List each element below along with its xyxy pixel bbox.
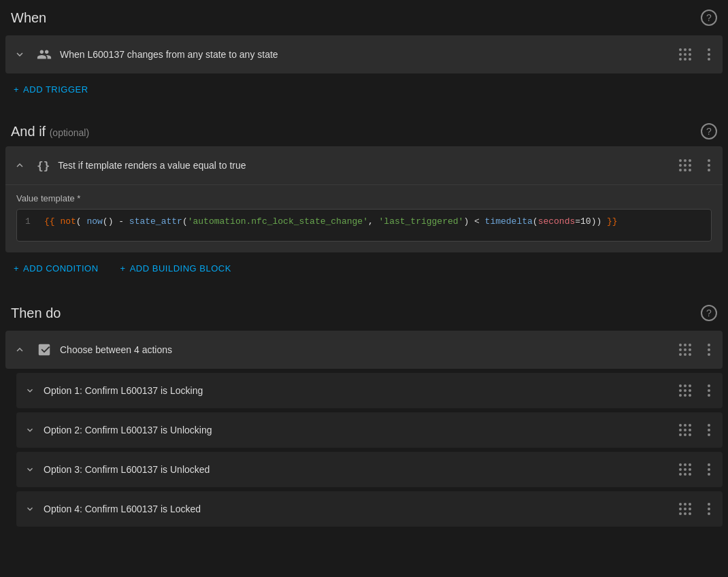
option2-label: Option 2: Confirm L600137 is Unlocking bbox=[44, 425, 672, 435]
condition-label: Test if template renders a value equal t… bbox=[58, 160, 672, 171]
then-do-header: Then do ? bbox=[0, 295, 728, 331]
choose-icon bbox=[37, 342, 52, 357]
option3-label: Option 3: Confirm L600137 is Unlocked bbox=[44, 464, 672, 475]
value-template-label: Value template * bbox=[16, 193, 712, 203]
and-if-title: And if bbox=[11, 124, 50, 139]
code-editor[interactable]: 1 {{ not( now() - state_attr('automation… bbox=[16, 209, 712, 242]
option1-collapse-btn[interactable] bbox=[22, 382, 38, 399]
choose-drag-btn[interactable] bbox=[672, 337, 698, 363]
trigger-actions bbox=[672, 42, 717, 67]
option3-actions bbox=[672, 457, 717, 482]
and-if-header: And if (optional) ? bbox=[0, 116, 728, 146]
condition-actions bbox=[672, 152, 717, 178]
option4-actions bbox=[672, 496, 717, 522]
when-section: When ? When L600137 changes from any sta… bbox=[0, 0, 728, 105]
condition-block: {} Test if template renders a value equa… bbox=[5, 146, 723, 252]
option4-collapse-btn[interactable] bbox=[22, 501, 38, 517]
add-trigger-row: + ADD TRIGGER bbox=[0, 73, 728, 105]
and-if-help-icon[interactable]: ? bbox=[701, 123, 717, 139]
option3-collapse-btn[interactable] bbox=[22, 461, 38, 478]
when-help-icon[interactable]: ? bbox=[701, 10, 717, 26]
option1-drag-btn[interactable] bbox=[672, 378, 698, 403]
code-content: {{ not( now() - state_attr('automation.n… bbox=[44, 216, 703, 227]
trigger-icon bbox=[37, 47, 52, 62]
add-trigger-button[interactable]: + ADD TRIGGER bbox=[5, 79, 97, 100]
and-if-title-group: And if (optional) bbox=[11, 124, 89, 139]
trigger-drag-btn[interactable] bbox=[672, 42, 698, 67]
condition-collapse-btn[interactable] bbox=[11, 156, 29, 174]
choose-actions bbox=[672, 337, 717, 363]
option3-drag-btn[interactable] bbox=[672, 457, 698, 482]
and-if-section: And if (optional) ? {} Test if template … bbox=[0, 116, 728, 284]
option2-drag-btn[interactable] bbox=[672, 417, 698, 443]
line-number: 1 bbox=[25, 216, 33, 227]
option-row-2: Option 2: Confirm L600137 is Unlocking bbox=[16, 412, 723, 448]
add-condition-row: + ADD CONDITION + ADD BUILDING BLOCK bbox=[0, 252, 728, 284]
condition-braces-icon: {} bbox=[37, 159, 50, 172]
then-do-title: Then do bbox=[11, 306, 61, 321]
trigger-menu-btn[interactable] bbox=[701, 42, 717, 67]
trigger-collapse-btn[interactable] bbox=[11, 46, 29, 63]
choose-collapse-btn[interactable] bbox=[11, 341, 29, 359]
add-building-block-button[interactable]: + ADD BUILDING BLOCK bbox=[112, 258, 239, 279]
choose-actions-row: Choose between 4 actions bbox=[5, 331, 723, 369]
option-row-4: Option 4: Confirm L600137 is Locked bbox=[16, 491, 723, 527]
and-if-optional: (optional) bbox=[50, 127, 89, 138]
add-condition-plus: + bbox=[14, 263, 19, 274]
option1-label: Option 1: Confirm L600137 is Locking bbox=[44, 385, 672, 396]
when-title: When bbox=[11, 10, 46, 26]
condition-header: {} Test if template renders a value equa… bbox=[5, 146, 723, 184]
option3-menu-btn[interactable] bbox=[701, 457, 717, 482]
add-condition-button[interactable]: + ADD CONDITION bbox=[5, 258, 107, 279]
choose-label: Choose between 4 actions bbox=[60, 344, 672, 355]
then-do-section: Then do ? Choose between 4 actions bbox=[0, 295, 728, 527]
then-do-help-icon[interactable]: ? bbox=[701, 305, 717, 321]
choose-menu-btn[interactable] bbox=[701, 337, 717, 363]
option4-menu-btn[interactable] bbox=[701, 496, 717, 522]
trigger-row: When L600137 changes from any state to a… bbox=[5, 35, 723, 73]
option2-collapse-btn[interactable] bbox=[22, 422, 38, 438]
options-list: Option 1: Confirm L600137 is Locking bbox=[0, 373, 728, 527]
option1-actions bbox=[672, 378, 717, 403]
option-row-3: Option 3: Confirm L600137 is Unlocked bbox=[16, 452, 723, 487]
add-building-block-plus: + bbox=[120, 263, 126, 274]
option4-drag-btn[interactable] bbox=[672, 496, 698, 522]
trigger-label: When L600137 changes from any state to a… bbox=[60, 49, 672, 60]
condition-drag-btn[interactable] bbox=[672, 152, 698, 178]
condition-body: Value template * 1 {{ not( now() - state… bbox=[5, 184, 723, 252]
option1-menu-btn[interactable] bbox=[701, 378, 717, 403]
condition-menu-btn[interactable] bbox=[701, 152, 717, 178]
option-row-1: Option 1: Confirm L600137 is Locking bbox=[16, 373, 723, 408]
option2-menu-btn[interactable] bbox=[701, 417, 717, 443]
add-trigger-plus: + bbox=[14, 84, 19, 95]
when-header: When ? bbox=[0, 0, 728, 35]
option4-label: Option 4: Confirm L600137 is Locked bbox=[44, 504, 672, 514]
option2-actions bbox=[672, 417, 717, 443]
